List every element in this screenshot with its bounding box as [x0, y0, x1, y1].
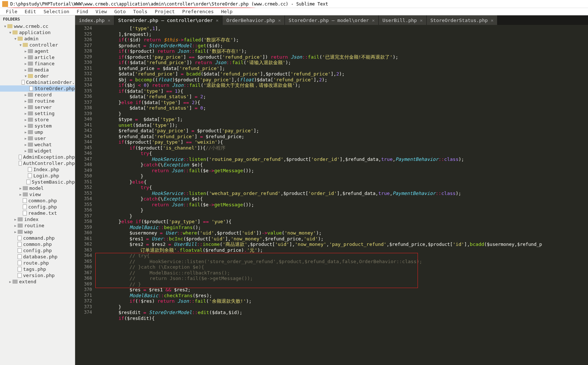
tree-arrow-icon[interactable]: ▼	[3, 25, 7, 28]
tab-bar: index.php×StoreOrder.php — controller\or…	[75, 15, 588, 25]
tree-item[interactable]: config.php	[0, 247, 75, 254]
menu-find[interactable]: Find	[73, 8, 92, 15]
tree-item[interactable]: ▼application	[0, 29, 75, 36]
tree-item[interactable]: ▶wap	[0, 229, 75, 235]
close-icon[interactable]: ×	[420, 18, 423, 23]
tree-item[interactable]: ▶record	[0, 92, 75, 98]
tree-item[interactable]: AdminException.php	[0, 154, 75, 160]
tree-item[interactable]: ▶model	[0, 185, 75, 191]
close-icon[interactable]: ×	[216, 18, 219, 23]
tree-arrow-icon[interactable]: ▶	[8, 280, 12, 284]
code-editor[interactable]: ['type',1], ],$request); if(!$id) return…	[95, 25, 588, 365]
tree-item[interactable]: ▶store	[0, 117, 75, 123]
tree-item[interactable]: ▶setting	[0, 110, 75, 117]
tree-arrow-icon[interactable]: ▶	[23, 93, 28, 97]
menu-edit[interactable]: Edit	[21, 8, 40, 15]
tree-item[interactable]: ▶article	[0, 54, 75, 60]
menu-goto[interactable]: Goto	[111, 8, 129, 15]
close-icon[interactable]: ×	[107, 18, 110, 23]
tree-arrow-icon[interactable]: ▶	[23, 62, 28, 66]
close-icon[interactable]: ×	[372, 18, 375, 23]
tree-arrow-icon[interactable]: ▶	[18, 187, 23, 190]
tree-item[interactable]: StoreOrder.php	[0, 85, 75, 92]
editor-tab[interactable]: StoreOrder.php — model\order×	[285, 15, 379, 25]
tree-arrow-icon[interactable]: ▶	[23, 99, 28, 103]
menu-project[interactable]: Project	[151, 8, 179, 15]
tree-item[interactable]: ▶view	[0, 191, 75, 198]
tree-item[interactable]: ▶index	[0, 216, 75, 222]
menu-view[interactable]: View	[92, 8, 110, 15]
tree-arrow-icon[interactable]: ▶	[23, 49, 28, 53]
editor-tab[interactable]: StoreOrderStatus.php×	[427, 15, 497, 25]
editor-tab[interactable]: UserBill.php×	[379, 15, 427, 25]
tree-label: application	[19, 30, 51, 35]
menu-selection[interactable]: Selection	[40, 8, 73, 15]
app-icon	[2, 1, 8, 7]
tree-item[interactable]: Login.php	[0, 173, 75, 179]
folder-icon	[28, 111, 33, 115]
tree-arrow-icon[interactable]: ▼	[13, 37, 18, 41]
tree-label: AdminException.php	[23, 154, 75, 160]
tree-arrow-icon[interactable]: ▶	[23, 68, 28, 72]
tree-item[interactable]: ▶wechat	[0, 141, 75, 148]
tree-arrow-icon[interactable]: ▶	[23, 137, 28, 140]
tree-item[interactable]: route.php	[0, 260, 75, 266]
tree-label: agent	[34, 48, 49, 54]
editor-tab[interactable]: OrderBehavior.php×	[223, 15, 285, 25]
tree-item[interactable]: ▶agent	[0, 48, 75, 54]
tree-arrow-icon[interactable]: ▶	[23, 106, 28, 109]
tree-item[interactable]: command.php	[0, 235, 75, 241]
menu-preferences[interactable]: Preferences	[179, 8, 217, 15]
tree-arrow-icon[interactable]: ▼	[18, 43, 23, 47]
tree-item[interactable]: ▶system	[0, 123, 75, 129]
editor-tab[interactable]: index.php×	[75, 15, 114, 25]
tree-arrow-icon[interactable]: ▶	[23, 56, 28, 59]
tree-arrow-icon[interactable]: ▶	[23, 149, 28, 153]
menu-tools[interactable]: Tools	[129, 8, 151, 15]
tree-item[interactable]: config.php	[0, 204, 75, 210]
tree-item[interactable]: ▶finance	[0, 60, 75, 67]
close-icon[interactable]: ×	[491, 18, 494, 23]
tree-item[interactable]: CombinationOrder.	[0, 79, 75, 85]
tree-item[interactable]: database.php	[0, 254, 75, 260]
tree-item[interactable]: ▼admin	[0, 36, 75, 42]
close-icon[interactable]: ×	[278, 18, 281, 23]
tree-arrow-icon[interactable]: ▶	[13, 218, 18, 221]
file-icon	[18, 273, 22, 278]
tree-item[interactable]: version.php	[0, 272, 75, 279]
tree-arrow-icon[interactable]: ▶	[23, 124, 28, 128]
tree-item[interactable]: ▶routine	[0, 222, 75, 229]
tree-arrow-icon[interactable]: ▶	[23, 118, 28, 122]
tree-item[interactable]: ▼controller	[0, 42, 75, 48]
editor-tab[interactable]: StoreOrder.php — controller\order×	[114, 15, 223, 25]
tree-arrow-icon[interactable]: ▶	[23, 143, 28, 147]
menu-help[interactable]: Help	[217, 8, 236, 15]
tree-item[interactable]: SystemBasic.php	[0, 179, 75, 185]
tree-arrow-icon[interactable]: ▶	[18, 193, 23, 196]
tree-arrow-icon[interactable]: ▶	[23, 112, 28, 115]
tree-item[interactable]: Index.php	[0, 166, 75, 173]
menu-file[interactable]: File	[2, 8, 21, 15]
file-icon	[18, 261, 22, 265]
tree-item[interactable]: tags.php	[0, 266, 75, 272]
sidebar: FOLDERS ▼www.crmeb.cc▼application▼admin▼…	[0, 15, 75, 365]
tree-arrow-icon[interactable]: ▼	[23, 74, 28, 78]
tree-item[interactable]: common.php	[0, 241, 75, 247]
tree-item[interactable]: ▶routine	[0, 98, 75, 104]
tree-item[interactable]: common.php	[0, 198, 75, 204]
tree-arrow-icon[interactable]: ▶	[23, 130, 28, 134]
tree-arrow-icon[interactable]: ▶	[13, 230, 18, 234]
tree-item[interactable]: ▶widget	[0, 148, 75, 154]
tree-item[interactable]: AuthController.php	[0, 160, 75, 166]
tree-arrow-icon[interactable]: ▶	[13, 224, 18, 228]
main-layout: FOLDERS ▼www.crmeb.cc▼application▼admin▼…	[0, 15, 588, 365]
tree-item[interactable]: ▼www.crmeb.cc	[0, 23, 75, 29]
tree-item[interactable]: readme.txt	[0, 210, 75, 216]
tree-item[interactable]: ▶user	[0, 135, 75, 141]
tree-item[interactable]: ▼order	[0, 73, 75, 79]
tree-item[interactable]: ▶extend	[0, 279, 75, 285]
tree-item[interactable]: ▶server	[0, 104, 75, 110]
tree-item[interactable]: ▶ump	[0, 129, 75, 135]
tree-arrow-icon[interactable]: ▼	[8, 31, 12, 34]
tree-item[interactable]: ▶media	[0, 67, 75, 73]
